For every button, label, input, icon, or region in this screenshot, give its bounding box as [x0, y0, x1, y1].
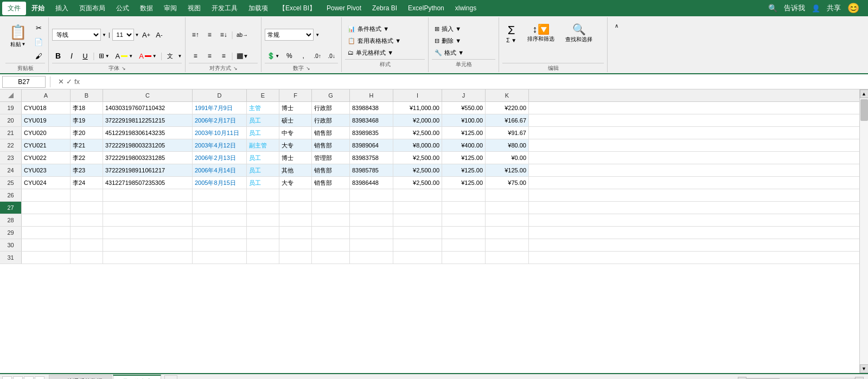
cell-21-I[interactable]: ¥2,500.00 — [393, 127, 442, 139]
cell-26-H[interactable] — [350, 189, 393, 201]
cell-27-B[interactable] — [71, 202, 103, 214]
cell-22-J[interactable]: ¥400.00 — [442, 139, 486, 151]
cell-27-J[interactable] — [442, 202, 486, 214]
row-number-25[interactable]: 25 — [0, 177, 22, 189]
cell-27-C[interactable] — [103, 202, 193, 214]
paste-button[interactable]: 📋 粘贴 ▼ — [5, 20, 30, 52]
paste-dropdown-icon[interactable]: ▼ — [22, 42, 26, 47]
cell-19-H[interactable]: 83988438 — [350, 102, 393, 114]
increase-decimal-button[interactable]: .0↑ — [311, 50, 324, 62]
cell-20-E[interactable]: 员工 — [247, 114, 279, 126]
cell-28-D[interactable] — [193, 214, 247, 226]
cell-30-E[interactable] — [247, 239, 279, 251]
wrap-text-button[interactable]: ab→ — [234, 29, 250, 41]
cell-24-K[interactable]: ¥125.00 — [486, 164, 529, 176]
cell-25-E[interactable]: 员工 — [247, 177, 279, 189]
cell-30-J[interactable] — [442, 239, 486, 251]
vertical-scrollbar[interactable]: ▲ ▼ — [859, 89, 868, 373]
comma-button[interactable]: , — [297, 50, 310, 62]
italic-button[interactable]: I — [66, 50, 78, 62]
cell-19-D[interactable]: 1991年7月9日 — [193, 102, 247, 114]
cell-24-H[interactable]: 83985785 — [350, 164, 393, 176]
col-header-F[interactable]: F — [279, 89, 312, 101]
cell-29-H[interactable] — [350, 227, 393, 239]
cancel-formula-icon[interactable]: ✕ — [58, 78, 64, 86]
menu-excel-python[interactable]: ExcelPython — [403, 2, 450, 14]
cell-24-C[interactable]: 372229198911061217 — [103, 164, 193, 176]
cell-20-I[interactable]: ¥2,000.00 — [393, 114, 442, 126]
font-size-select[interactable]: 11 — [112, 29, 134, 41]
cell-29-B[interactable] — [71, 227, 103, 239]
cell-30-F[interactable] — [279, 239, 312, 251]
cell-25-B[interactable]: 李24 — [71, 177, 103, 189]
cell-21-J[interactable]: ¥125.00 — [442, 127, 486, 139]
menu-file[interactable]: 文件 — [2, 2, 26, 15]
cell-29-G[interactable] — [312, 227, 350, 239]
hscroll-left-button[interactable]: ◀ — [738, 377, 746, 379]
font-name-dropdown-icon[interactable]: ▼ — [102, 33, 106, 37]
cell-27-F[interactable] — [279, 202, 312, 214]
cell-22-H[interactable]: 83989064 — [350, 139, 393, 151]
border-button[interactable]: ⊞ ▼ — [97, 50, 112, 62]
cell-26-E[interactable] — [247, 189, 279, 201]
fill-dropdown-icon[interactable]: ▼ — [129, 54, 133, 59]
cell-27-A[interactable] — [22, 202, 71, 214]
cell-25-C[interactable]: 431227198507235305 — [103, 177, 193, 189]
menu-excel-bi[interactable]: 【Excel BI】 — [273, 2, 321, 15]
cell-23-G[interactable]: 管理部 — [312, 152, 350, 164]
cell-31-F[interactable] — [279, 252, 312, 264]
cell-31-I[interactable] — [393, 252, 442, 264]
align-center-button[interactable]: ≡ — [203, 50, 216, 62]
tell-me-label[interactable]: 告诉我 — [784, 3, 805, 13]
cell-20-C[interactable]: 372229198112251215 — [103, 114, 193, 126]
menu-home[interactable]: 开始 — [26, 2, 50, 15]
menu-page-layout[interactable]: 页面布局 — [74, 2, 111, 15]
cell-29-D[interactable] — [193, 227, 247, 239]
row-number-19[interactable]: 19 — [0, 102, 22, 114]
cell-21-D[interactable]: 2003年10月11日 — [193, 127, 247, 139]
cell-24-A[interactable]: CYU023 — [22, 164, 71, 176]
col-header-A[interactable]: A — [22, 89, 71, 101]
next-sheet-button[interactable]: ▶ — [24, 376, 34, 379]
cell-28-G[interactable] — [312, 214, 350, 226]
cell-29-K[interactable] — [486, 227, 529, 239]
cell-27-I[interactable] — [393, 202, 442, 214]
cell-22-F[interactable]: 大专 — [279, 139, 312, 151]
col-header-H[interactable]: H — [350, 89, 393, 101]
align-right-button[interactable]: ≡ — [217, 50, 230, 62]
menu-addins[interactable]: 加载项 — [243, 2, 273, 15]
number-expand-icon[interactable]: ↘ — [306, 66, 310, 71]
find-select-button[interactable]: 🔍 查找和选择 — [561, 20, 596, 47]
cell-27-G[interactable] — [312, 202, 350, 214]
cell-31-H[interactable] — [350, 252, 393, 264]
underline-button[interactable]: U — [79, 50, 91, 62]
menu-xlwings[interactable]: xlwings — [450, 2, 482, 14]
format-painter-button[interactable]: 🖌 — [32, 50, 45, 62]
last-sheet-button[interactable]: ▶| — [35, 376, 44, 379]
cell-19-K[interactable]: ¥220.00 — [486, 102, 529, 114]
col-header-K[interactable]: K — [486, 89, 529, 101]
cell-19-E[interactable]: 主管 — [247, 102, 279, 114]
row-number-20[interactable]: 20 — [0, 114, 22, 126]
sheet-tab-employee[interactable]: 员工信息表 — [113, 375, 161, 380]
font-color-dropdown-icon[interactable]: ▼ — [152, 54, 157, 59]
cell-20-F[interactable]: 硕士 — [279, 114, 312, 126]
cell-31-D[interactable] — [193, 252, 247, 264]
cell-25-D[interactable]: 2005年8月15日 — [193, 177, 247, 189]
cell-23-K[interactable]: ¥0.00 — [486, 152, 529, 164]
cell-19-J[interactable]: ¥550.00 — [442, 102, 486, 114]
cell-23-C[interactable]: 372229198003231285 — [103, 152, 193, 164]
sort-filter-button[interactable]: ↕🔽 排序和筛选 — [524, 20, 558, 47]
cell-29-F[interactable] — [279, 227, 312, 239]
cell-21-H[interactable]: 83989835 — [350, 127, 393, 139]
cell-29-I[interactable] — [393, 227, 442, 239]
font-size-dropdown-icon[interactable]: ▼ — [135, 33, 139, 37]
cell-25-F[interactable]: 大专 — [279, 177, 312, 189]
col-header-J[interactable]: J — [442, 89, 486, 101]
formula-input[interactable] — [85, 76, 866, 88]
copy-button[interactable]: 📄 — [32, 36, 45, 48]
cell-21-F[interactable]: 中专 — [279, 127, 312, 139]
row-number-24[interactable]: 24 — [0, 164, 22, 176]
cell-26-A[interactable] — [22, 189, 71, 201]
cell-29-C[interactable] — [103, 227, 193, 239]
